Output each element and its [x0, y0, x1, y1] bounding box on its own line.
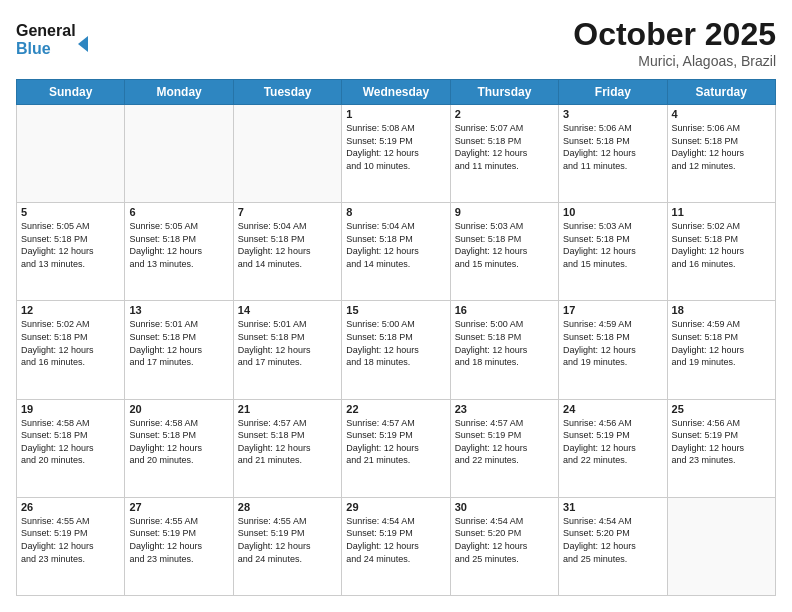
- day-number: 10: [563, 206, 662, 218]
- day-info: Sunrise: 4:58 AM Sunset: 5:18 PM Dayligh…: [21, 417, 120, 467]
- logo: General Blue: [16, 16, 96, 64]
- day-info: Sunrise: 4:54 AM Sunset: 5:20 PM Dayligh…: [563, 515, 662, 565]
- svg-marker-2: [78, 36, 88, 52]
- day-info: Sunrise: 4:59 AM Sunset: 5:18 PM Dayligh…: [563, 318, 662, 368]
- calendar-cell: 2Sunrise: 5:07 AM Sunset: 5:18 PM Daylig…: [450, 105, 558, 203]
- day-number: 24: [563, 403, 662, 415]
- weekday-header-friday: Friday: [559, 80, 667, 105]
- weekday-header-wednesday: Wednesday: [342, 80, 450, 105]
- day-info: Sunrise: 4:56 AM Sunset: 5:19 PM Dayligh…: [563, 417, 662, 467]
- calendar-cell: 28Sunrise: 4:55 AM Sunset: 5:19 PM Dayli…: [233, 497, 341, 595]
- day-number: 7: [238, 206, 337, 218]
- day-number: 27: [129, 501, 228, 513]
- calendar-cell: 12Sunrise: 5:02 AM Sunset: 5:18 PM Dayli…: [17, 301, 125, 399]
- calendar-table: SundayMondayTuesdayWednesdayThursdayFrid…: [16, 79, 776, 596]
- calendar-cell: [17, 105, 125, 203]
- day-info: Sunrise: 5:05 AM Sunset: 5:18 PM Dayligh…: [129, 220, 228, 270]
- day-number: 22: [346, 403, 445, 415]
- day-number: 5: [21, 206, 120, 218]
- day-info: Sunrise: 5:06 AM Sunset: 5:18 PM Dayligh…: [672, 122, 771, 172]
- day-number: 16: [455, 304, 554, 316]
- month-title: October 2025: [573, 16, 776, 53]
- calendar-cell: 18Sunrise: 4:59 AM Sunset: 5:18 PM Dayli…: [667, 301, 775, 399]
- calendar-cell: 14Sunrise: 5:01 AM Sunset: 5:18 PM Dayli…: [233, 301, 341, 399]
- page: General Blue October 2025 Murici, Alagoa…: [0, 0, 792, 612]
- day-info: Sunrise: 5:04 AM Sunset: 5:18 PM Dayligh…: [238, 220, 337, 270]
- day-info: Sunrise: 5:01 AM Sunset: 5:18 PM Dayligh…: [129, 318, 228, 368]
- day-info: Sunrise: 5:06 AM Sunset: 5:18 PM Dayligh…: [563, 122, 662, 172]
- calendar-cell: 22Sunrise: 4:57 AM Sunset: 5:19 PM Dayli…: [342, 399, 450, 497]
- svg-text:Blue: Blue: [16, 40, 51, 57]
- day-number: 2: [455, 108, 554, 120]
- calendar-cell: 24Sunrise: 4:56 AM Sunset: 5:19 PM Dayli…: [559, 399, 667, 497]
- day-number: 14: [238, 304, 337, 316]
- calendar-cell: [125, 105, 233, 203]
- calendar-cell: [233, 105, 341, 203]
- calendar-cell: 23Sunrise: 4:57 AM Sunset: 5:19 PM Dayli…: [450, 399, 558, 497]
- day-number: 3: [563, 108, 662, 120]
- day-number: 8: [346, 206, 445, 218]
- calendar-cell: 8Sunrise: 5:04 AM Sunset: 5:18 PM Daylig…: [342, 203, 450, 301]
- calendar-cell: 21Sunrise: 4:57 AM Sunset: 5:18 PM Dayli…: [233, 399, 341, 497]
- day-info: Sunrise: 4:55 AM Sunset: 5:19 PM Dayligh…: [238, 515, 337, 565]
- calendar-cell: 3Sunrise: 5:06 AM Sunset: 5:18 PM Daylig…: [559, 105, 667, 203]
- header: General Blue October 2025 Murici, Alagoa…: [16, 16, 776, 69]
- calendar-cell: 29Sunrise: 4:54 AM Sunset: 5:19 PM Dayli…: [342, 497, 450, 595]
- svg-text:General: General: [16, 22, 76, 39]
- day-info: Sunrise: 5:08 AM Sunset: 5:19 PM Dayligh…: [346, 122, 445, 172]
- day-info: Sunrise: 5:00 AM Sunset: 5:18 PM Dayligh…: [455, 318, 554, 368]
- day-info: Sunrise: 5:03 AM Sunset: 5:18 PM Dayligh…: [563, 220, 662, 270]
- calendar-cell: 16Sunrise: 5:00 AM Sunset: 5:18 PM Dayli…: [450, 301, 558, 399]
- location: Murici, Alagoas, Brazil: [573, 53, 776, 69]
- calendar-cell: 31Sunrise: 4:54 AM Sunset: 5:20 PM Dayli…: [559, 497, 667, 595]
- day-number: 1: [346, 108, 445, 120]
- day-info: Sunrise: 4:54 AM Sunset: 5:19 PM Dayligh…: [346, 515, 445, 565]
- day-number: 9: [455, 206, 554, 218]
- day-info: Sunrise: 5:07 AM Sunset: 5:18 PM Dayligh…: [455, 122, 554, 172]
- calendar-cell: 13Sunrise: 5:01 AM Sunset: 5:18 PM Dayli…: [125, 301, 233, 399]
- day-number: 4: [672, 108, 771, 120]
- day-number: 30: [455, 501, 554, 513]
- day-number: 11: [672, 206, 771, 218]
- day-info: Sunrise: 4:57 AM Sunset: 5:19 PM Dayligh…: [455, 417, 554, 467]
- day-number: 25: [672, 403, 771, 415]
- weekday-header-tuesday: Tuesday: [233, 80, 341, 105]
- calendar-cell: 10Sunrise: 5:03 AM Sunset: 5:18 PM Dayli…: [559, 203, 667, 301]
- weekday-header-sunday: Sunday: [17, 80, 125, 105]
- day-number: 23: [455, 403, 554, 415]
- calendar-cell: 6Sunrise: 5:05 AM Sunset: 5:18 PM Daylig…: [125, 203, 233, 301]
- day-info: Sunrise: 5:05 AM Sunset: 5:18 PM Dayligh…: [21, 220, 120, 270]
- day-info: Sunrise: 5:02 AM Sunset: 5:18 PM Dayligh…: [21, 318, 120, 368]
- day-info: Sunrise: 5:02 AM Sunset: 5:18 PM Dayligh…: [672, 220, 771, 270]
- day-number: 21: [238, 403, 337, 415]
- calendar-cell: 20Sunrise: 4:58 AM Sunset: 5:18 PM Dayli…: [125, 399, 233, 497]
- calendar-cell: 27Sunrise: 4:55 AM Sunset: 5:19 PM Dayli…: [125, 497, 233, 595]
- calendar-cell: 5Sunrise: 5:05 AM Sunset: 5:18 PM Daylig…: [17, 203, 125, 301]
- day-info: Sunrise: 4:54 AM Sunset: 5:20 PM Dayligh…: [455, 515, 554, 565]
- calendar-cell: 26Sunrise: 4:55 AM Sunset: 5:19 PM Dayli…: [17, 497, 125, 595]
- calendar-cell: 15Sunrise: 5:00 AM Sunset: 5:18 PM Dayli…: [342, 301, 450, 399]
- calendar-cell: 30Sunrise: 4:54 AM Sunset: 5:20 PM Dayli…: [450, 497, 558, 595]
- calendar-cell: 9Sunrise: 5:03 AM Sunset: 5:18 PM Daylig…: [450, 203, 558, 301]
- day-info: Sunrise: 4:58 AM Sunset: 5:18 PM Dayligh…: [129, 417, 228, 467]
- day-number: 29: [346, 501, 445, 513]
- day-number: 26: [21, 501, 120, 513]
- day-number: 20: [129, 403, 228, 415]
- calendar-cell: 19Sunrise: 4:58 AM Sunset: 5:18 PM Dayli…: [17, 399, 125, 497]
- day-info: Sunrise: 4:57 AM Sunset: 5:19 PM Dayligh…: [346, 417, 445, 467]
- day-number: 6: [129, 206, 228, 218]
- day-info: Sunrise: 5:00 AM Sunset: 5:18 PM Dayligh…: [346, 318, 445, 368]
- day-number: 19: [21, 403, 120, 415]
- calendar-cell: 25Sunrise: 4:56 AM Sunset: 5:19 PM Dayli…: [667, 399, 775, 497]
- day-info: Sunrise: 5:03 AM Sunset: 5:18 PM Dayligh…: [455, 220, 554, 270]
- calendar-cell: 7Sunrise: 5:04 AM Sunset: 5:18 PM Daylig…: [233, 203, 341, 301]
- day-info: Sunrise: 5:04 AM Sunset: 5:18 PM Dayligh…: [346, 220, 445, 270]
- day-info: Sunrise: 4:55 AM Sunset: 5:19 PM Dayligh…: [129, 515, 228, 565]
- day-number: 15: [346, 304, 445, 316]
- day-info: Sunrise: 4:56 AM Sunset: 5:19 PM Dayligh…: [672, 417, 771, 467]
- day-number: 13: [129, 304, 228, 316]
- calendar-cell: 17Sunrise: 4:59 AM Sunset: 5:18 PM Dayli…: [559, 301, 667, 399]
- day-number: 18: [672, 304, 771, 316]
- weekday-header-thursday: Thursday: [450, 80, 558, 105]
- title-block: October 2025 Murici, Alagoas, Brazil: [573, 16, 776, 69]
